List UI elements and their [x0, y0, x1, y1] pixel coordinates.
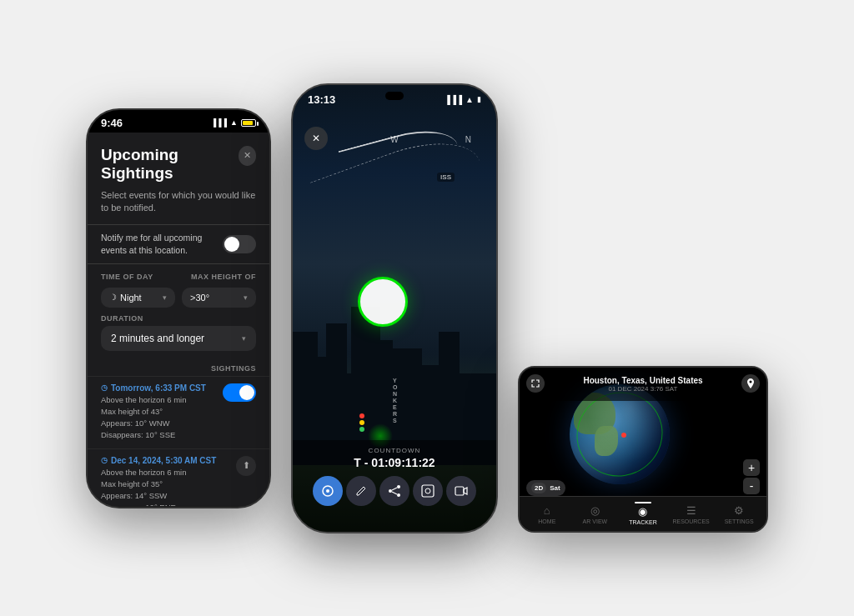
svg-rect-7: [422, 485, 434, 497]
svg-point-2: [389, 489, 392, 493]
time-of-day-dropdown[interactable]: ☽ Night ▾: [101, 288, 175, 308]
duration-value: 2 minutes and longer: [111, 333, 204, 344]
nav-ar-view[interactable]: ◎ AR VIEW: [571, 504, 620, 524]
sighting1-info: ◷ Tomorrow, 6:33 PM CST Above the horizo…: [101, 383, 216, 442]
sighting1-date: ◷ Tomorrow, 6:33 PM CST: [101, 383, 216, 393]
zoom-out-button[interactable]: -: [743, 478, 760, 494]
location-sub: 01 DEC 2024 3:76 SAT: [583, 385, 702, 393]
notify-label: Notify me for all upcoming events at thi…: [101, 232, 223, 256]
home-icon: ⌂: [544, 504, 550, 517]
traffic-yellow: [359, 420, 364, 425]
iss-label: ISS: [437, 173, 455, 182]
phone3-bottom-nav: ⌂ HOME ◎ AR VIEW ◉ TRACKER ☰ RESOURCES: [520, 496, 766, 531]
phone2-time: 13:13: [308, 93, 335, 106]
camera-notch: [385, 92, 404, 100]
zoom-controls: + -: [743, 459, 760, 494]
2d-toggle-option[interactable]: 2D: [531, 483, 546, 493]
zoom-in-button[interactable]: +: [743, 459, 760, 476]
location-pin-button[interactable]: [741, 374, 760, 393]
svg-line-5: [392, 488, 397, 490]
share-button[interactable]: [379, 476, 409, 506]
ar-buttons-row: [299, 476, 490, 506]
resources-label: RESOURCES: [672, 518, 709, 524]
sighting2-share-button[interactable]: ⬆: [236, 456, 256, 476]
chevron-down-icon: ▾: [163, 293, 167, 302]
sighting2-date: ◷ Dec 14, 2024, 5:30 AM CST: [101, 456, 229, 465]
ar-toolbar: COUNTDOWN T - 01:09:11:22: [293, 440, 496, 532]
location-info: Houston, Texas, United States 01 DEC 202…: [583, 376, 702, 393]
ar-close-button[interactable]: ✕: [304, 127, 328, 150]
active-indicator: [635, 502, 651, 503]
nav-resources[interactable]: ☰ RESOURCES: [667, 504, 716, 524]
nav-settings[interactable]: ⚙ SETTINGS: [715, 504, 763, 524]
svg-point-1: [326, 489, 329, 493]
sat-toggle-option[interactable]: Sat: [550, 484, 560, 492]
sighting-item-1: ◷ Tomorrow, 6:33 PM CST Above the horizo…: [88, 376, 269, 448]
tod-value: Night: [120, 293, 142, 303]
clock-icon: ◷: [101, 383, 108, 392]
tracker-icon: ◉: [638, 505, 647, 518]
map-type-toggle[interactable]: 2D Sat: [526, 480, 565, 496]
iss-position-dot: [621, 433, 626, 438]
ar-background: W N ISS: [293, 85, 496, 532]
phone1-content: Upcoming Sightings ✕ Select events for w…: [88, 133, 269, 506]
wifi-icon2: ▲: [465, 95, 474, 104]
settings-label: SETTINGS: [725, 518, 754, 524]
phone3-header: Houston, Texas, United States 01 DEC 202…: [520, 368, 766, 401]
location-title: Houston, Texas, United States: [583, 376, 702, 385]
clock-icon2: ◷: [101, 456, 108, 464]
dropdowns-row: ☽ Night ▾ >30° ▾: [88, 284, 269, 314]
svg-point-4: [397, 493, 400, 497]
traffic-red: [359, 413, 364, 418]
iss-target-circle: [358, 277, 408, 327]
max-height-dropdown[interactable]: >30° ▾: [182, 288, 256, 308]
notify-toggle[interactable]: [223, 235, 256, 253]
svg-point-10: [750, 381, 752, 383]
max-height-label: MAX HEIGHT OF: [191, 273, 256, 281]
phone1-status-bar: 9:46 ▐▐▐ ▲: [88, 110, 269, 133]
traffic-light: [359, 413, 364, 432]
sighting2-info: ◷ Dec 14, 2024, 5:30 AM CST Above the ho…: [101, 456, 229, 506]
chevron-down-icon3: ▾: [242, 334, 246, 343]
battery-icon2: ▮: [477, 95, 481, 103]
tod-label: TIME OF DAY: [101, 273, 153, 281]
time-of-day-section: TIME OF DAY MAX HEIGHT OF: [88, 264, 269, 284]
scan-button[interactable]: [413, 476, 443, 506]
video-button[interactable]: [446, 476, 476, 506]
duration-dropdown[interactable]: 2 minutes and longer ▾: [101, 326, 256, 351]
pen-button[interactable]: [346, 476, 376, 506]
wifi-icon: ▲: [230, 118, 238, 127]
sightings-section-label: SIGHTINGS: [88, 358, 269, 376]
svg-point-8: [425, 488, 430, 493]
sighting1-toggle[interactable]: [223, 383, 256, 402]
duration-section: DURATION 2 minutes and longer ▾: [88, 314, 269, 358]
home-label: HOME: [538, 518, 555, 524]
expand-button[interactable]: [526, 374, 545, 393]
building-text: Y O N K E R S: [393, 378, 397, 423]
close-button[interactable]: ✕: [239, 146, 256, 166]
moon-icon: ☽: [109, 293, 117, 302]
svg-point-3: [397, 485, 400, 488]
battery-icon: [241, 119, 256, 127]
direction-north-label: N: [465, 135, 471, 144]
sheet-header: Upcoming Sightings ✕: [88, 133, 269, 189]
main-scene: 9:46 ▐▐▐ ▲ Upcoming Sightings ✕ Select e…: [0, 0, 854, 616]
phone1-time: 9:46: [101, 117, 123, 129]
phone3: Houston, Texas, United States 01 DEC 202…: [518, 366, 768, 533]
notify-row: Notify me for all upcoming events at thi…: [88, 224, 269, 263]
max-height-value: >30°: [190, 293, 209, 303]
signal-icon: ▐▐▐: [211, 118, 227, 127]
nav-tracker[interactable]: ◉ TRACKER: [619, 503, 667, 525]
nav-button[interactable]: [313, 476, 343, 506]
sighting2-details: Above the horizon 6 min Max height of 35…: [101, 467, 229, 506]
svg-line-6: [392, 492, 397, 494]
sheet-title: Upcoming Sightings: [101, 146, 239, 183]
phone1-status-icons: ▐▐▐ ▲: [211, 118, 256, 127]
ar-label: AR VIEW: [583, 518, 608, 524]
tracker-label: TRACKER: [629, 519, 656, 525]
phone1: 9:46 ▐▐▐ ▲ Upcoming Sightings ✕ Select e…: [86, 108, 271, 508]
phone2-icons: ▐▐▐ ▲ ▮: [445, 95, 481, 104]
duration-label: DURATION: [101, 314, 256, 326]
sighting1-details: Above the horizon 6 min Max height of 43…: [101, 394, 216, 442]
nav-home[interactable]: ⌂ HOME: [523, 504, 571, 524]
